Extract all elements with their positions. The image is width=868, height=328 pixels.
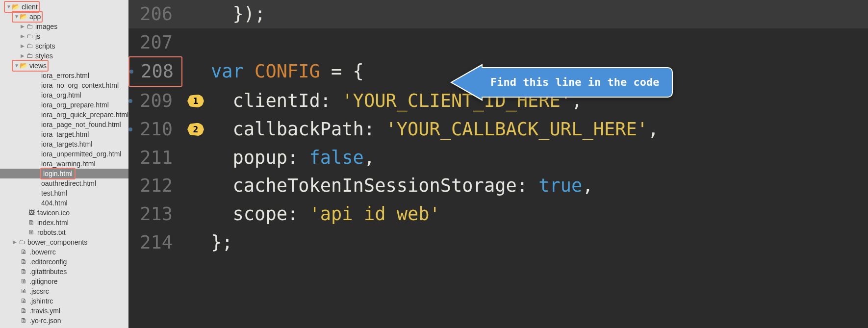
code-content[interactable]: var CONFIG = { xyxy=(182,57,364,86)
code-line[interactable]: 207 xyxy=(128,28,868,57)
tree-file[interactable]: 🗎.bowerrc xyxy=(0,247,128,257)
code-line[interactable]: 2102 callbackPath: 'YOUR_CALLBACK_URL_HE… xyxy=(128,115,868,144)
chevron-right-icon: ▶ xyxy=(20,51,26,61)
tree-label: iora_org_prepare.html xyxy=(40,100,109,110)
tree-file[interactable]: iora_org.html xyxy=(0,90,128,100)
tree-folder-styles[interactable]: ▶ 🗀 styles xyxy=(0,51,128,61)
file-icon: 🗎 xyxy=(20,257,27,267)
code-line[interactable]: 213 scope: 'api id web' xyxy=(128,200,868,228)
tree-file-favicon[interactable]: 🖼 favicon.ico xyxy=(0,208,128,218)
tree-label: iora_page_not_found.html xyxy=(40,120,121,129)
tree-file[interactable]: oauthredirect.html xyxy=(0,178,128,188)
tree-label: views xyxy=(28,61,47,71)
token-punct: = { xyxy=(320,61,364,82)
annotation-bullet: 1 xyxy=(187,94,204,108)
file-tree-sidebar[interactable]: ▼ 📂 client ▼ 📂 app ▶ 🗀 images ▶ 🗀 js ▶ 🗀 xyxy=(0,0,128,328)
code-content[interactable]: }; xyxy=(182,228,233,257)
image-icon: 🖼 xyxy=(27,208,35,218)
token-prop: clientId xyxy=(211,90,320,111)
code-content[interactable]: popup: false, xyxy=(182,144,375,172)
folder-icon: 🗀 xyxy=(26,31,33,41)
code-editor[interactable]: 206 });207208var CONFIG = {2091 clientId… xyxy=(128,0,868,328)
tree-label: iora_org_quick_prepare.html xyxy=(40,110,128,120)
tree-file[interactable]: iora_org_prepare.html xyxy=(0,100,128,110)
tree-folder-js[interactable]: ▶ 🗀 js xyxy=(0,31,128,41)
tree-label: scripts xyxy=(34,41,55,51)
tree-label: .gitattributes xyxy=(28,267,67,277)
tree-file[interactable]: 🗎.jscsrc xyxy=(0,286,128,296)
token-punct: }); xyxy=(211,3,265,25)
callout-text: Find this line in the code xyxy=(482,67,673,98)
folder-icon: 🗀 xyxy=(18,237,26,247)
folder-open-icon: 📂 xyxy=(12,2,20,12)
tree-file[interactable]: iora_errors.html xyxy=(0,71,128,80)
tree-label: js xyxy=(34,31,40,41)
tree-folder-scripts[interactable]: ▶ 🗀 scripts xyxy=(0,41,128,51)
token-punct: , xyxy=(364,147,375,168)
dirty-dot-icon xyxy=(128,127,132,131)
tree-label: test.html xyxy=(40,188,67,198)
tree-file-index[interactable]: 🗎 index.html xyxy=(0,218,128,227)
tree-file[interactable]: 🗎.travis.yml xyxy=(0,306,128,316)
tree-file[interactable]: 🗎.jshintrc xyxy=(0,296,128,306)
tree-label: .bowerrc xyxy=(28,247,56,257)
tree-file[interactable]: 🗎.gitattributes xyxy=(0,267,128,277)
token-punct: : xyxy=(364,119,386,140)
dirty-dot-icon xyxy=(129,70,133,74)
token-prop: cacheTokenInSessionStorage xyxy=(211,175,517,196)
tree-folder-client[interactable]: ▼ 📂 client xyxy=(0,2,128,12)
folder-icon: 🗀 xyxy=(26,51,33,61)
tree-label: .jshintrc xyxy=(28,296,53,306)
tree-file[interactable]: login.html xyxy=(0,169,128,178)
token-punct: : xyxy=(287,203,309,225)
tree-file[interactable]: iora_page_not_found.html xyxy=(0,120,128,129)
chevron-down-icon: ▼ xyxy=(14,12,20,22)
chevron-right-icon: ▶ xyxy=(20,31,26,41)
line-number: 207 xyxy=(128,28,182,57)
tree-folder-bower[interactable]: ▶ 🗀 bower_components xyxy=(0,237,128,247)
file-icon: 🗎 xyxy=(27,218,35,227)
line-number: 213 xyxy=(128,200,182,228)
chevron-down-icon: ▼ xyxy=(14,61,20,71)
tree-file[interactable]: iora_no_org_context.html xyxy=(0,80,128,90)
code-content[interactable]: cacheTokenInSessionStorage: true, xyxy=(182,172,593,200)
tree-label: client xyxy=(21,2,38,12)
callout-arrow: Find this line in the code xyxy=(452,66,673,99)
code-content[interactable]: }); xyxy=(182,0,265,28)
code-content[interactable]: 2 callbackPath: 'YOUR_CALLBACK_URL_HERE'… xyxy=(182,115,659,144)
tree-folder-app[interactable]: ▼ 📂 app xyxy=(0,12,128,22)
tree-file[interactable]: iora_warning.html xyxy=(0,159,128,169)
tree-folder-images[interactable]: ▶ 🗀 images xyxy=(0,22,128,31)
tree-folder-views[interactable]: ▼ 📂 views xyxy=(0,61,128,71)
tree-file[interactable]: 🗎.yo-rc.json xyxy=(0,316,128,326)
chevron-down-icon: ▼ xyxy=(6,2,12,12)
tree-file[interactable]: 🗎.editorconfig xyxy=(0,257,128,267)
code-line[interactable]: 211 popup: false, xyxy=(128,144,868,172)
tree-file-robots[interactable]: 🗎 robots.txt xyxy=(0,227,128,237)
tree-label: index.html xyxy=(36,218,69,227)
tree-file[interactable]: iora_targets.html xyxy=(0,139,128,149)
tree-file[interactable]: iora_target.html xyxy=(0,129,128,139)
line-number: 214 xyxy=(128,228,182,257)
tree-label: .gitignore xyxy=(28,277,58,286)
token-punct: }; xyxy=(211,232,233,253)
file-icon: 🗎 xyxy=(20,267,27,277)
token-str: 'YOUR_CALLBACK_URL_HERE' xyxy=(385,119,648,140)
tree-file[interactable]: iora_unpermitted_org.html xyxy=(0,149,128,159)
file-icon: 🗎 xyxy=(20,316,27,326)
tree-label: iora_targets.html xyxy=(40,139,92,149)
tree-label: 404.html xyxy=(40,198,68,208)
code-content[interactable]: scope: 'api id web' xyxy=(182,200,440,228)
tree-label: oauthredirect.html xyxy=(40,178,96,188)
code-line[interactable]: 212 cacheTokenInSessionStorage: true, xyxy=(128,172,868,200)
tree-label: iora_no_org_context.html xyxy=(40,80,119,90)
tree-file[interactable]: 🗎.gitignore xyxy=(0,277,128,286)
file-icon: 🗎 xyxy=(20,277,27,286)
folder-open-icon: 📂 xyxy=(20,61,27,71)
tree-label: .yo-rc.json xyxy=(28,316,61,326)
token-punct: , xyxy=(582,175,593,196)
tree-file[interactable]: test.html xyxy=(0,188,128,198)
tree-file[interactable]: 404.html xyxy=(0,198,128,208)
tree-file[interactable]: iora_org_quick_prepare.html xyxy=(0,110,128,120)
code-line[interactable]: 214}; xyxy=(128,228,868,257)
